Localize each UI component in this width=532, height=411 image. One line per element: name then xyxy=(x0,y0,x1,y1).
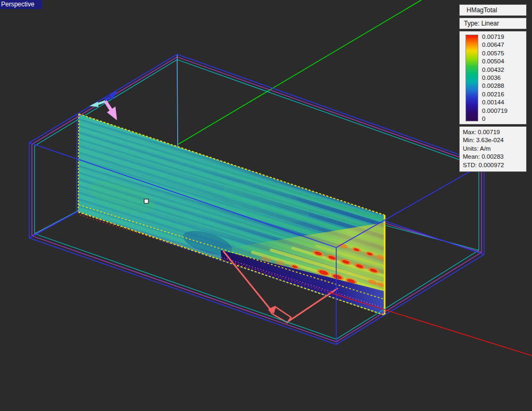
viewport-3d[interactable]: Perspective HMagTotal Type: Linear 0.007… xyxy=(0,0,532,411)
legend-title: HMagTotal xyxy=(459,4,527,16)
box-back-vertical-edge xyxy=(177,54,178,147)
stat-max: Max: 0.00719 xyxy=(463,128,524,136)
scale-tick-label: 0.00432 xyxy=(482,67,508,73)
scale-tick-label: 0.00216 xyxy=(482,91,508,97)
legend-statistics: Max: 0.00719 Min: 3.63e-024 Units: A/m M… xyxy=(459,126,527,172)
stat-std: STD: 0.000972 xyxy=(463,161,524,169)
scale-tick-label: 0.00504 xyxy=(482,58,508,64)
scale-tick-label: 0.00575 xyxy=(482,50,508,56)
colorbar-tick-labels: 0.00719 0.00647 0.00575 0.00504 0.00432 … xyxy=(482,34,508,122)
view-mode-label: Perspective xyxy=(0,0,42,9)
scale-tick-label: 0 xyxy=(482,116,508,122)
field-legend-panel: HMagTotal Type: Linear 0.00719 0.00647 0… xyxy=(459,4,527,174)
colorbar-gradient xyxy=(466,35,478,121)
scale-tick-label: 0.00144 xyxy=(482,99,508,105)
legend-scale-type: Type: Linear xyxy=(459,18,527,29)
scale-tick-label: 0.00647 xyxy=(482,42,508,48)
stat-units: Units: A/m xyxy=(463,145,524,153)
scale-tick-label: 0.00719 xyxy=(482,34,508,40)
scale-tick-label: 0.0036 xyxy=(482,75,508,81)
scale-tick-label: 0.000719 xyxy=(482,108,508,114)
selection-handle[interactable] xyxy=(144,199,148,203)
stat-mean: Mean: 0.00283 xyxy=(463,153,524,161)
scale-tick-label: 0.00288 xyxy=(482,83,508,89)
scene-3d-canvas[interactable] xyxy=(0,0,532,411)
stat-min: Min: 3.63e-024 xyxy=(463,136,524,144)
legend-color-scale: 0.00719 0.00647 0.00575 0.00504 0.00432 … xyxy=(459,31,527,125)
